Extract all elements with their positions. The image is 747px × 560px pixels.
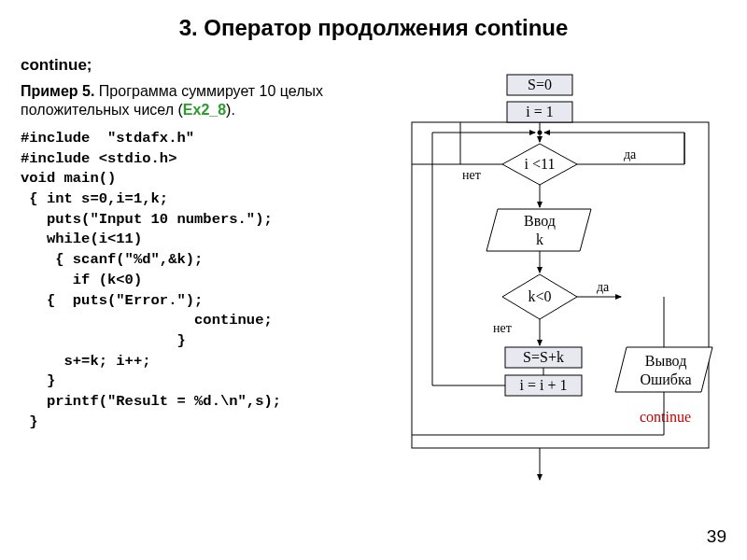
flow-yes2: да <box>597 280 610 294</box>
flow-cond2: k<0 <box>528 288 551 304</box>
flow-input-k: k <box>536 231 543 247</box>
page-number: 39 <box>707 526 726 547</box>
flow-no2: нет <box>493 321 512 335</box>
flow-init-s: S=0 <box>528 77 552 92</box>
flowchart-svg: S=0 i = 1 i <11 да нет Ввод <box>404 69 726 536</box>
flow-init-i: i = 1 <box>526 104 553 119</box>
flowchart: S=0 i = 1 i <11 да нет Ввод <box>404 69 726 536</box>
flow-yes1: да <box>624 147 637 161</box>
example-description: Пример 5. Программа суммирует 10 целых п… <box>21 82 399 119</box>
svg-point-4 <box>538 131 543 135</box>
slide-title: 3. Оператор продолжения continue <box>21 15 726 41</box>
example-label: Пример 5. <box>21 83 94 99</box>
flow-input: Ввод <box>524 213 556 230</box>
flow-no1: нет <box>462 168 481 182</box>
flow-inc: i = i + 1 <box>520 377 568 393</box>
flow-assign: S=S+k <box>523 349 564 365</box>
continue-statement: continue; <box>21 56 399 75</box>
flow-error: Вывод <box>645 353 687 370</box>
slide: 3. Оператор продолжения continue continu… <box>0 0 747 560</box>
example-close: ). <box>226 102 235 118</box>
left-column: continue; Пример 5. Программа суммирует … <box>21 56 399 432</box>
flow-cond1: i <11 <box>525 156 556 172</box>
flow-error2: Ошибка <box>640 371 691 387</box>
example-ref: Ex2_8 <box>183 102 226 118</box>
code-block: #include "stdafx.h" #include <stdio.h> v… <box>21 129 399 432</box>
flow-continue-label: continue <box>640 409 691 425</box>
